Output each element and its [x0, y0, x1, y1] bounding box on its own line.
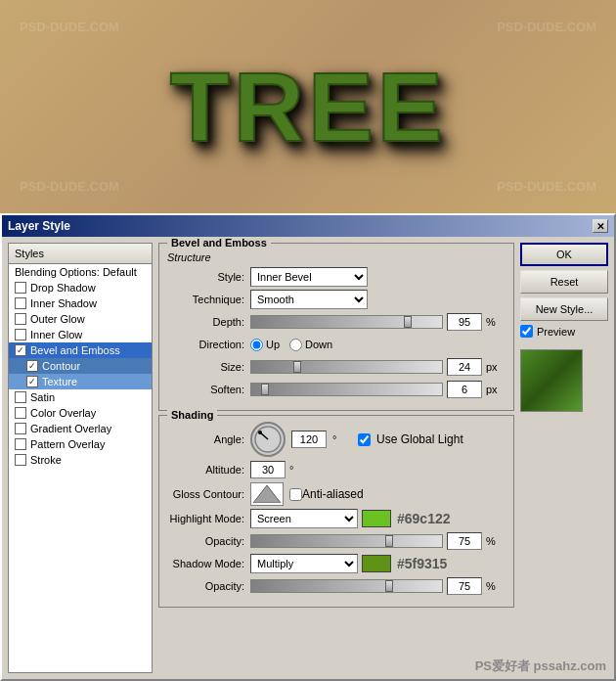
- direction-label: Direction:: [167, 339, 250, 350]
- contour-preview[interactable]: [250, 482, 284, 506]
- global-light-label: Use Global Light: [376, 432, 463, 446]
- color-overlay-label: Color Overlay: [30, 407, 96, 419]
- style-label: Style:: [167, 271, 250, 283]
- list-item-stroke[interactable]: Stroke: [9, 452, 152, 468]
- stroke-checkbox[interactable]: [15, 454, 26, 466]
- angle-input[interactable]: [291, 431, 327, 448]
- soften-slider[interactable]: [250, 383, 443, 396]
- shadow-opacity-unit: %: [486, 580, 506, 592]
- soften-slider-thumb[interactable]: [261, 384, 269, 395]
- soften-unit: px: [486, 384, 506, 395]
- shadow-opacity-thumb[interactable]: [385, 580, 393, 592]
- close-button[interactable]: ✕: [593, 219, 608, 233]
- dialog-titlebar: Layer Style ✕: [2, 215, 614, 237]
- outer-glow-label: Outer Glow: [30, 313, 85, 325]
- contour-label: Contour: [42, 360, 80, 372]
- styles-button[interactable]: Styles: [8, 243, 153, 263]
- depth-unit: %: [486, 316, 506, 328]
- anti-alias-checkbox[interactable]: [289, 488, 302, 501]
- new-style-button[interactable]: New Style...: [520, 297, 608, 321]
- shadow-mode-select[interactable]: Multiply: [250, 554, 358, 573]
- list-item-pattern-overlay[interactable]: Pattern Overlay: [9, 436, 152, 452]
- highlight-opacity-slider[interactable]: [250, 534, 443, 548]
- list-item-texture[interactable]: Texture: [9, 374, 152, 389]
- size-unit: px: [486, 361, 506, 373]
- pattern-overlay-checkbox[interactable]: [15, 438, 26, 450]
- satin-label: Satin: [30, 391, 55, 403]
- depth-slider-thumb[interactable]: [404, 316, 412, 328]
- color-overlay-checkbox[interactable]: [15, 407, 26, 419]
- preview-checkbox[interactable]: [520, 325, 533, 338]
- angle-row: Angle: ° Use Global Light: [167, 422, 506, 457]
- style-select[interactable]: Inner Bevel: [250, 267, 368, 287]
- highlight-opacity-unit: %: [486, 535, 506, 547]
- technique-select[interactable]: Smooth: [250, 290, 368, 309]
- highlight-opacity-thumb[interactable]: [385, 535, 393, 547]
- highlight-color-swatch[interactable]: [362, 510, 391, 527]
- soften-input[interactable]: [447, 381, 482, 398]
- styles-list: Blending Options: Default Drop Shadow In…: [8, 263, 153, 673]
- dialog-body: Styles Blending Options: Default Drop Sh…: [2, 237, 614, 679]
- highlight-mode-label: Highlight Mode:: [167, 513, 250, 524]
- preview-label: Preview: [537, 326, 575, 338]
- svg-point-2: [258, 431, 262, 434]
- shadow-opacity-input[interactable]: [447, 577, 482, 595]
- radio-up-input[interactable]: [250, 339, 263, 351]
- gradient-overlay-checkbox[interactable]: [15, 423, 26, 434]
- blending-options-item[interactable]: Blending Options: Default: [9, 264, 152, 280]
- depth-label: Depth:: [167, 316, 250, 328]
- shadow-opacity-slider[interactable]: [250, 579, 443, 593]
- inner-glow-label: Inner Glow: [30, 329, 82, 340]
- highlight-mode-select[interactable]: Screen: [250, 509, 358, 528]
- list-item-contour[interactable]: Contour: [9, 358, 152, 374]
- bevel-checkbox[interactable]: [15, 344, 26, 356]
- technique-row: Technique: Smooth: [167, 290, 506, 309]
- ok-button[interactable]: OK: [520, 243, 608, 266]
- contour-checkbox[interactable]: [26, 360, 38, 372]
- size-label: Size:: [167, 361, 250, 373]
- outer-glow-checkbox[interactable]: [15, 313, 26, 325]
- list-item-drop-shadow[interactable]: Drop Shadow: [9, 280, 152, 295]
- angle-label: Angle:: [167, 433, 250, 445]
- altitude-input[interactable]: [250, 461, 286, 478]
- shadow-color-swatch[interactable]: [362, 555, 391, 572]
- list-item-outer-glow[interactable]: Outer Glow: [9, 311, 152, 327]
- soften-label: Soften:: [167, 384, 250, 395]
- shadow-hex-label: #5f9315: [397, 556, 447, 571]
- watermark-2: PSD-DUDE.COM: [497, 20, 596, 34]
- shadow-opacity-slider-container: %: [250, 577, 506, 595]
- watermark-4: PSD-DUDE.COM: [497, 179, 596, 194]
- layer-style-dialog: Layer Style ✕ Styles Blending Options: D…: [0, 213, 616, 681]
- satin-checkbox[interactable]: [15, 391, 26, 403]
- highlight-opacity-input[interactable]: [447, 532, 482, 550]
- radio-down[interactable]: Down: [289, 339, 332, 351]
- gloss-contour-row: Gloss Contour: Anti-aliased: [167, 482, 506, 506]
- depth-slider[interactable]: [250, 315, 443, 329]
- angle-dial[interactable]: [250, 422, 286, 457]
- preview-checkbox-container[interactable]: Preview: [520, 325, 608, 338]
- preview-swatch: [520, 349, 583, 412]
- shadow-mode-row: Shadow Mode: Multiply #5f9315: [167, 554, 506, 573]
- list-item-color-overlay[interactable]: Color Overlay: [9, 405, 152, 421]
- angle-unit: °: [332, 433, 352, 445]
- size-slider[interactable]: [250, 360, 443, 374]
- inner-glow-checkbox[interactable]: [15, 329, 26, 340]
- drop-shadow-checkbox[interactable]: [15, 282, 26, 294]
- radio-down-input[interactable]: [289, 339, 302, 351]
- global-light-checkbox[interactable]: [358, 433, 371, 446]
- radio-up-label: Up: [266, 339, 280, 350]
- size-slider-thumb[interactable]: [293, 361, 301, 373]
- list-item-satin[interactable]: Satin: [9, 389, 152, 405]
- size-input[interactable]: [447, 358, 482, 376]
- list-item-gradient-overlay[interactable]: Gradient Overlay: [9, 421, 152, 436]
- list-item-inner-shadow[interactable]: Inner Shadow: [9, 295, 152, 311]
- depth-input[interactable]: [447, 313, 482, 331]
- depth-slider-container: %: [250, 313, 506, 331]
- reset-button[interactable]: Reset: [520, 270, 608, 294]
- radio-up[interactable]: Up: [250, 339, 280, 351]
- texture-checkbox[interactable]: [26, 376, 38, 387]
- list-item-bevel[interactable]: Bevel and Emboss: [9, 342, 152, 358]
- inner-shadow-checkbox[interactable]: [15, 297, 26, 309]
- list-item-inner-glow[interactable]: Inner Glow: [9, 327, 152, 342]
- structure-subtitle: Structure: [167, 251, 506, 263]
